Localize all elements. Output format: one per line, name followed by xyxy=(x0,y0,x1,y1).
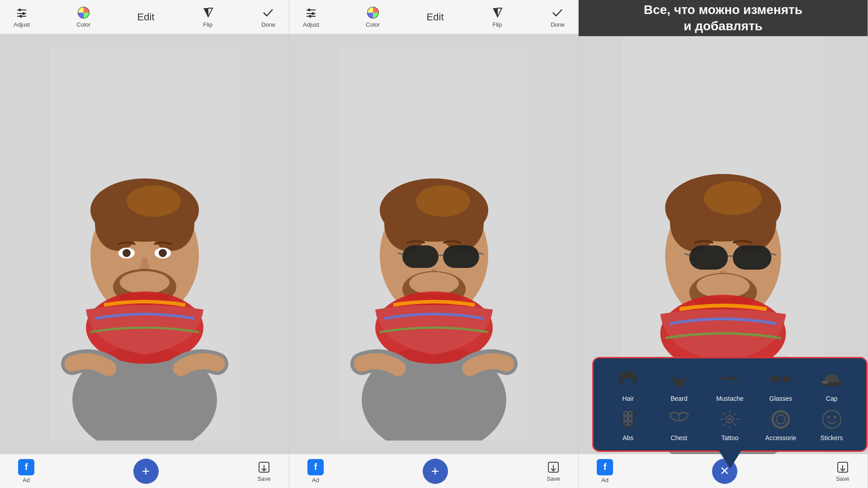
mustache-label: Mustache xyxy=(716,395,744,402)
glasses-icon xyxy=(769,367,793,392)
svg-rect-63 xyxy=(689,245,728,269)
tattoo-icon xyxy=(717,407,742,432)
add-button-1[interactable]: + xyxy=(133,459,159,484)
stickers-icon xyxy=(819,407,844,432)
done-icon-1 xyxy=(261,6,275,19)
menu-row-2: Abs Chest xyxy=(603,407,857,441)
toolbar-2: Adjust Color Edit xyxy=(289,0,578,34)
adjust-label-1: Adjust xyxy=(14,21,30,28)
ad-button-2[interactable]: f Ad xyxy=(307,459,324,483)
svg-line-97 xyxy=(734,423,736,426)
svg-rect-88 xyxy=(628,422,632,425)
svg-rect-84 xyxy=(628,412,632,415)
svg-rect-46 xyxy=(443,245,479,268)
beard-icon xyxy=(666,367,691,392)
bottom-bar-2: f Ad + Save xyxy=(289,454,578,488)
save-label-2: Save xyxy=(547,475,560,482)
color-label-2: Color xyxy=(366,21,380,28)
save-button-3[interactable]: Save xyxy=(836,460,849,482)
save-label-3: Save xyxy=(836,475,849,482)
svg-point-102 xyxy=(823,410,841,428)
menu-item-beard[interactable]: Beard xyxy=(663,367,695,402)
save-button-2[interactable]: Save xyxy=(547,460,560,482)
ad-label-3: Ad xyxy=(601,477,609,483)
menu-item-glasses[interactable]: Glasses xyxy=(765,367,797,402)
svg-rect-85 xyxy=(624,417,627,420)
ad-button-1[interactable]: f Ad xyxy=(18,459,34,483)
accessorie-label: Accessorie xyxy=(765,434,796,441)
menu-item-tattoo[interactable]: Tattoo xyxy=(714,407,745,441)
photo-area-2 xyxy=(289,34,578,454)
panel-1: Adjust Color Edit xyxy=(0,0,289,488)
svg-marker-7 xyxy=(203,8,208,17)
menu-item-hair[interactable]: Hair xyxy=(612,367,644,402)
svg-point-44 xyxy=(416,185,470,217)
menu-item-mustache[interactable]: Mustache xyxy=(714,367,745,402)
flip-label-1: Flip xyxy=(203,21,212,28)
edit-title-2: Edit xyxy=(427,11,444,23)
facebook-icon-3: f xyxy=(597,459,613,475)
color-label-1: Color xyxy=(76,21,90,28)
cap-label: Cap xyxy=(826,395,838,402)
adjust-label-2: Adjust xyxy=(303,21,319,28)
chest-icon xyxy=(666,407,691,432)
photo-area-1 xyxy=(0,34,289,454)
done-button-2[interactable]: Done xyxy=(551,6,565,28)
svg-rect-45 xyxy=(402,245,439,268)
svg-point-21 xyxy=(159,249,167,257)
svg-point-69 xyxy=(697,274,750,298)
edit-title-1: Edit xyxy=(137,11,155,23)
svg-point-5 xyxy=(19,15,22,18)
color-icon-2 xyxy=(366,6,380,19)
abs-icon xyxy=(616,407,641,432)
cap-icon xyxy=(819,367,844,392)
svg-line-96 xyxy=(723,413,726,415)
svg-point-1 xyxy=(19,9,21,11)
svg-point-20 xyxy=(123,249,131,257)
save-label-1: Save xyxy=(257,475,271,482)
flip-label-2: Flip xyxy=(492,21,502,28)
done-button-1[interactable]: Done xyxy=(261,6,275,28)
menu-item-chest[interactable]: Chest xyxy=(663,407,695,441)
done-label-2: Done xyxy=(551,21,565,28)
adjust-button-2[interactable]: Adjust xyxy=(303,6,319,28)
svg-marker-8 xyxy=(208,8,212,17)
svg-rect-83 xyxy=(624,412,627,415)
add-button-2[interactable]: + xyxy=(423,459,448,484)
svg-rect-82 xyxy=(822,381,828,384)
svg-marker-34 xyxy=(493,8,497,17)
menu-item-cap[interactable]: Cap xyxy=(816,367,848,402)
adjust-button-1[interactable]: Adjust xyxy=(14,6,30,28)
svg-point-51 xyxy=(409,272,459,295)
svg-point-23 xyxy=(120,271,170,294)
color-button-2[interactable]: Color xyxy=(366,6,380,28)
done-label-1: Done xyxy=(261,21,275,28)
menu-item-accessorie[interactable]: Accessorie xyxy=(765,407,797,441)
svg-point-91 xyxy=(728,418,731,421)
color-button-1[interactable]: Color xyxy=(76,6,90,28)
ad-label-1: Ad xyxy=(23,477,30,483)
popup-menu: Hair Beard xyxy=(592,357,868,452)
svg-line-79 xyxy=(770,378,771,378)
chest-label: Chest xyxy=(671,434,688,441)
save-icon-1 xyxy=(257,460,271,474)
flip-button-1[interactable]: Flip xyxy=(201,6,215,28)
svg-rect-86 xyxy=(628,417,632,420)
svg-point-32 xyxy=(309,15,311,18)
svg-rect-87 xyxy=(624,422,627,425)
save-icon-2 xyxy=(547,460,560,474)
svg-point-104 xyxy=(834,416,836,418)
abs-label: Abs xyxy=(623,434,633,441)
svg-marker-35 xyxy=(497,8,502,17)
tattoo-label: Tattoo xyxy=(721,434,738,441)
svg-line-99 xyxy=(723,423,726,426)
menu-item-abs[interactable]: Abs xyxy=(612,407,644,441)
overlay-header-text: Все, что можно изменятьи добавлять xyxy=(644,2,802,35)
flip-button-2[interactable]: Flip xyxy=(491,6,504,28)
save-button-1[interactable]: Save xyxy=(257,460,271,482)
svg-point-30 xyxy=(311,12,314,15)
menu-item-stickers[interactable]: Stickers xyxy=(816,407,848,441)
beard-label: Beard xyxy=(670,395,687,402)
ad-button-3[interactable]: f Ad xyxy=(597,459,613,483)
svg-point-75 xyxy=(673,371,685,380)
